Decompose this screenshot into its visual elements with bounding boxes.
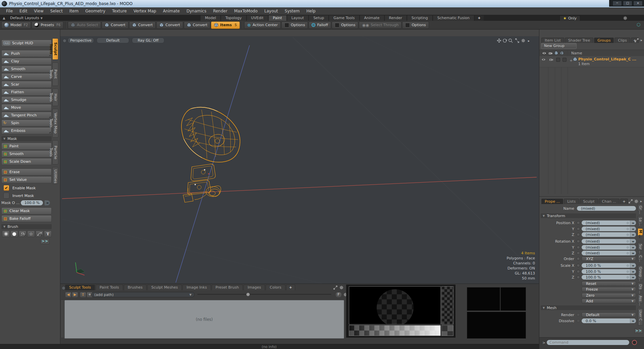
tab-groups[interactable]: Groups (594, 38, 614, 43)
value-field[interactable]: (mixed)◂▸ (582, 232, 636, 237)
spinner-arrows-icon[interactable]: ◂▸ (630, 220, 636, 225)
value-field[interactable]: (mixed)◂▸ (582, 245, 636, 250)
auto-select-button[interactable]: Auto Select (68, 21, 101, 29)
flyout-arrow-icon[interactable]: ▸ (641, 38, 642, 42)
mask-opacity-field[interactable]: 100.0 % (21, 200, 43, 205)
menu-geometry[interactable]: Geometry (82, 7, 109, 15)
name-field[interactable]: (mixed) (577, 206, 636, 211)
tab-clips[interactable]: Clips (614, 38, 630, 43)
only-filter-button[interactable]: ★Only (559, 15, 580, 21)
more-brushes-button[interactable]: >> (40, 239, 50, 244)
tab-shader-tree[interactable]: Shader Tree (565, 38, 593, 43)
tab-layout[interactable]: Layout (287, 15, 308, 21)
tab-brushes[interactable]: Brushes (124, 285, 147, 290)
envelope-toggle[interactable] (577, 264, 580, 267)
brush-soft-button[interactable] (2, 231, 10, 237)
tab-sculpt[interactable]: Sculpt (580, 199, 598, 204)
tab-paint-tools[interactable]: Paint Tools (96, 285, 123, 290)
vtab-paint-tools[interactable]: Paint Tools (52, 62, 58, 86)
tab-lists[interactable]: Lists (564, 199, 579, 204)
render-pane[interactable] (467, 312, 526, 339)
tool-move[interactable]: Move (1, 104, 52, 111)
render-pane[interactable] (467, 287, 500, 311)
mesh-section-header[interactable]: ▼ Mesh (541, 305, 636, 310)
tab-game-tools[interactable]: Game Tools (329, 15, 359, 21)
envelope-toggle[interactable] (577, 233, 580, 236)
action-center-button[interactable]: ⊕Action Center (244, 21, 281, 29)
invert-mask-checkbox[interactable] (3, 193, 9, 199)
envelope-toggle[interactable] (577, 313, 580, 316)
value-field[interactable]: 100.0 %◂▸ (582, 269, 636, 274)
viewport-projection-button[interactable]: Perspective (68, 38, 94, 43)
layouts-gear-icon[interactable] (623, 16, 627, 20)
transform-section-header[interactable]: ▼ Transform (541, 213, 636, 218)
menu-dynamics[interactable]: Dynamics (183, 7, 210, 15)
tab-preset-brush[interactable]: Preset Brush (212, 285, 243, 290)
menu-system[interactable]: System (281, 7, 303, 15)
menu-file[interactable]: File (3, 7, 16, 15)
vtab-particle-tools[interactable]: Particle Tools (52, 140, 58, 164)
pvtab-c[interactable]: C ... (638, 254, 643, 260)
mask-tool-smooth[interactable]: Smooth (1, 150, 52, 157)
menu-view[interactable]: View (31, 7, 47, 15)
spinner-arrows-icon[interactable]: ◂▸ (630, 227, 636, 231)
viewport-shading-button[interactable]: Default (97, 38, 129, 43)
tab-image-inks[interactable]: Image Inks (182, 285, 211, 290)
thumb-size-slider-handle[interactable] (246, 293, 250, 296)
render-pane[interactable] (500, 287, 526, 311)
pvtab-gr[interactable]: Gr ... (638, 204, 643, 211)
tab-render[interactable]: Render (385, 15, 407, 21)
tool-push[interactable]: Push (1, 50, 52, 57)
menu-vertex-map[interactable]: Vertex Map (130, 7, 160, 15)
pvtab-lo[interactable]: Lo ... (638, 216, 643, 224)
tab-images[interactable]: Images (244, 285, 265, 290)
menu-render[interactable]: Render (210, 7, 231, 15)
envelope-toggle[interactable] (577, 319, 580, 322)
pvtab-dis[interactable]: Dis ... (638, 283, 643, 290)
macro-record-button[interactable] (632, 340, 637, 345)
wireframe-model-aed[interactable] (181, 107, 240, 203)
pvtab-ass[interactable]: Ass ... (638, 294, 643, 303)
mask-tool-scale-down[interactable]: Scale Down (1, 158, 52, 165)
add-properties-tab-button[interactable]: + (620, 199, 628, 204)
viewport-3d[interactable]: Perspective Default Ray GL: Off ▸ 4 Item… (60, 36, 539, 284)
value-field[interactable]: (mixed)◂▸ (582, 227, 636, 231)
model-mode-button[interactable]: ModelF2 (1, 21, 31, 29)
envelope-toggle[interactable] (577, 227, 580, 231)
preset-file-area[interactable]: (no files) (64, 300, 344, 339)
filter-button[interactable]: F (335, 292, 342, 298)
spinner-arrows-icon[interactable]: ◂▸ (630, 269, 636, 274)
add-dropdown-button[interactable]: Add▼ (582, 299, 636, 303)
eye-icon[interactable] (541, 58, 546, 61)
select-through-options-button[interactable]: Options (402, 21, 429, 29)
expand-panel-icon[interactable] (333, 286, 337, 290)
tab-sculpt-meshes[interactable]: Sculpt Meshes (147, 285, 182, 290)
expand-panel-icon[interactable] (629, 199, 633, 203)
add-bottom-tab-button[interactable]: + (286, 285, 295, 290)
brush-text-button[interactable]: T (44, 231, 52, 237)
spinner-arrows-icon[interactable]: ◂▸ (630, 263, 636, 268)
mask-tool-paint[interactable]: Paint (1, 143, 52, 150)
envelope-toggle[interactable] (577, 221, 580, 225)
tool-carve[interactable]: Carve (1, 73, 52, 80)
pvtab-sur[interactable]: Sur ... (638, 242, 643, 250)
new-group-button[interactable]: New Group (541, 43, 577, 49)
vtab-vertex-map-tools[interactable]: Vertex Map Tools (52, 109, 58, 138)
command-input[interactable] (547, 340, 629, 345)
camera-icon[interactable] (549, 58, 553, 61)
action-center-options-button[interactable]: Options (281, 21, 308, 29)
tool-emboss[interactable]: Emboss (1, 127, 52, 134)
close-button[interactable]: × (633, 1, 643, 6)
envelope-toggle[interactable] (577, 270, 580, 273)
menu-maxtomodo[interactable]: MaxToModo (231, 7, 261, 15)
vtab-hair-tools[interactable]: Hair Tools (52, 89, 58, 106)
tab-model[interactable]: Model (201, 15, 220, 21)
pin-icon[interactable]: ▲ (3, 16, 5, 20)
menu-texture[interactable]: Texture (109, 7, 130, 15)
add-layout-tab-button[interactable]: + (475, 15, 484, 21)
checker-swatch[interactable] (441, 325, 453, 336)
maximize-button[interactable]: □ (623, 1, 632, 6)
brush-star-button[interactable]: ☆ (27, 231, 35, 237)
thumb-size-slider-track[interactable] (197, 294, 331, 295)
render-dropdown[interactable]: Default▼ (582, 312, 636, 317)
